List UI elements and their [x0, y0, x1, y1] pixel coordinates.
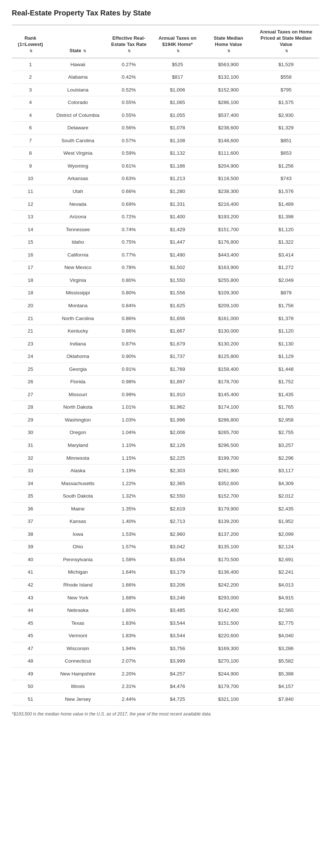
- table-row: 30 Oregon 1.04% $2,006 $265,700 $2,755: [12, 426, 319, 439]
- table-row: 36 Maine 1.35% $2,619 $179,900 $2,435: [12, 502, 319, 515]
- cell-rank: 27: [12, 388, 49, 401]
- cell-annualmed: $3,414: [253, 248, 319, 261]
- cell-rank: 26: [12, 376, 49, 388]
- cell-annual194: $525: [151, 58, 204, 71]
- cell-annualmed: $5,582: [253, 655, 319, 668]
- cell-rank: 16: [12, 248, 49, 261]
- cell-median: $244,900: [204, 667, 253, 680]
- table-row: 7 South Carolina 0.57% $1,108 $148,600 $…: [12, 134, 319, 147]
- header-state[interactable]: State ⇅: [49, 25, 107, 58]
- cell-median: $139,200: [204, 515, 253, 528]
- cell-state: Minnesota: [49, 452, 107, 465]
- cell-state: Indiana: [49, 337, 107, 350]
- cell-state: Kentucky: [49, 325, 107, 338]
- cell-median: $321,100: [204, 693, 253, 706]
- cell-rank: 31: [12, 439, 49, 452]
- cell-rank: 38: [12, 528, 49, 541]
- cell-annual194: $3,999: [151, 655, 204, 668]
- cell-state: Connecticut: [49, 655, 107, 668]
- cell-median: $216,400: [204, 198, 253, 211]
- cell-state: Wyoming: [49, 159, 107, 172]
- cell-rank: 41: [12, 566, 49, 579]
- cell-state: Wisconsin: [49, 642, 107, 655]
- cell-median: $179,900: [204, 502, 253, 515]
- cell-annual194: $2,619: [151, 502, 204, 515]
- cell-rate: 1.10%: [107, 439, 151, 452]
- cell-rank: 29: [12, 413, 49, 426]
- cell-median: $352,600: [204, 477, 253, 490]
- cell-state: Maine: [49, 502, 107, 515]
- table-row: 8 West Virginia 0.59% $1,132 $111,600 $6…: [12, 147, 319, 160]
- cell-annualmed: $3,117: [253, 465, 319, 477]
- cell-median: $209,100: [204, 299, 253, 312]
- cell-annual194: $1,556: [151, 287, 204, 300]
- page-title: Real-Estate Property Tax Rates by State: [12, 9, 319, 17]
- cell-annualmed: $2,124: [253, 541, 319, 553]
- cell-rank: 25: [12, 363, 49, 376]
- cell-rank: 18: [12, 287, 49, 300]
- cell-rate: 1.57%: [107, 541, 151, 553]
- cell-state: Alaska: [49, 465, 107, 477]
- table-row: 10 Arkansas 0.63% $1,213 $118,500 $743: [12, 172, 319, 185]
- cell-rank: 34: [12, 477, 49, 490]
- cell-rank: 12: [12, 198, 49, 211]
- table-row: 1 Hawaii 0.27% $525 $563,900 $1,529: [12, 58, 319, 71]
- cell-median: $136,400: [204, 566, 253, 579]
- cell-annualmed: $1,329: [253, 122, 319, 134]
- cell-annualmed: $2,296: [253, 452, 319, 465]
- cell-rank: 14: [12, 223, 49, 236]
- table-row: 33 Alaska 1.19% $2,303 $261,900 $3,117: [12, 465, 319, 477]
- cell-annualmed: $1,765: [253, 401, 319, 414]
- cell-median: $220,600: [204, 630, 253, 642]
- cell-rank: 4: [12, 109, 49, 122]
- cell-state: South Carolina: [49, 134, 107, 147]
- table-row: 45 Vermont 1.83% $3,544 $220,600 $4,040: [12, 630, 319, 642]
- cell-rate: 2.44%: [107, 693, 151, 706]
- cell-annual194: $2,960: [151, 528, 204, 541]
- cell-state: Pennsylvania: [49, 553, 107, 566]
- cell-state: North Dakota: [49, 401, 107, 414]
- cell-state: Georgia: [49, 363, 107, 376]
- table-row: 14 Tennessee 0.74% $1,429 $151,700 $1,12…: [12, 223, 319, 236]
- cell-annual194: $1,065: [151, 96, 204, 109]
- cell-annualmed: $653: [253, 147, 319, 160]
- cell-state: Massachusetts: [49, 477, 107, 490]
- cell-median: $204,900: [204, 159, 253, 172]
- cell-median: $265,700: [204, 426, 253, 439]
- cell-rate: 1.94%: [107, 642, 151, 655]
- cell-rank: 4: [12, 96, 49, 109]
- cell-rank: 11: [12, 185, 49, 198]
- cell-annual194: $4,476: [151, 680, 204, 693]
- cell-annual194: $1,769: [151, 363, 204, 376]
- table-row: 25 Georgia 0.91% $1,769 $158,400 $1,448: [12, 363, 319, 376]
- cell-median: $142,400: [204, 604, 253, 617]
- cell-rate: 0.98%: [107, 376, 151, 388]
- table-row: 39 Ohio 1.57% $3,042 $135,100 $2,124: [12, 541, 319, 553]
- cell-median: $169,300: [204, 642, 253, 655]
- cell-annual194: $4,725: [151, 693, 204, 706]
- cell-rate: 0.91%: [107, 363, 151, 376]
- cell-rate: 0.61%: [107, 159, 151, 172]
- cell-state: Maryland: [49, 439, 107, 452]
- cell-state: Alabama: [49, 71, 107, 84]
- cell-rate: 0.90%: [107, 350, 151, 363]
- table-row: 18 Mississippi 0.80% $1,556 $109,300 $87…: [12, 287, 319, 300]
- cell-annual194: $1,447: [151, 236, 204, 249]
- cell-annual194: $1,186: [151, 159, 204, 172]
- table-row: 13 Arizona 0.72% $1,400 $193,200 $1,398: [12, 211, 319, 223]
- table-row: 31 Maryland 1.10% $2,126 $296,500 $3,257: [12, 439, 319, 452]
- cell-median: $255,800: [204, 274, 253, 287]
- cell-median: $135,100: [204, 541, 253, 553]
- header-median: State Median Home Value⇅: [204, 25, 253, 58]
- cell-rank: 8: [12, 147, 49, 160]
- cell-state: New Hampshire: [49, 667, 107, 680]
- cell-annual194: $2,303: [151, 465, 204, 477]
- cell-annual194: $2,550: [151, 490, 204, 503]
- table-row: 42 Rhode Island 1.66% $3,206 $242,200 $4…: [12, 578, 319, 591]
- cell-annualmed: $4,040: [253, 630, 319, 642]
- table-row: 24 Oklahoma 0.90% $1,737 $125,800 $1,129: [12, 350, 319, 363]
- cell-annualmed: $3,286: [253, 642, 319, 655]
- cell-state: Arizona: [49, 211, 107, 223]
- cell-rate: 0.56%: [107, 122, 151, 134]
- cell-median: $270,100: [204, 655, 253, 668]
